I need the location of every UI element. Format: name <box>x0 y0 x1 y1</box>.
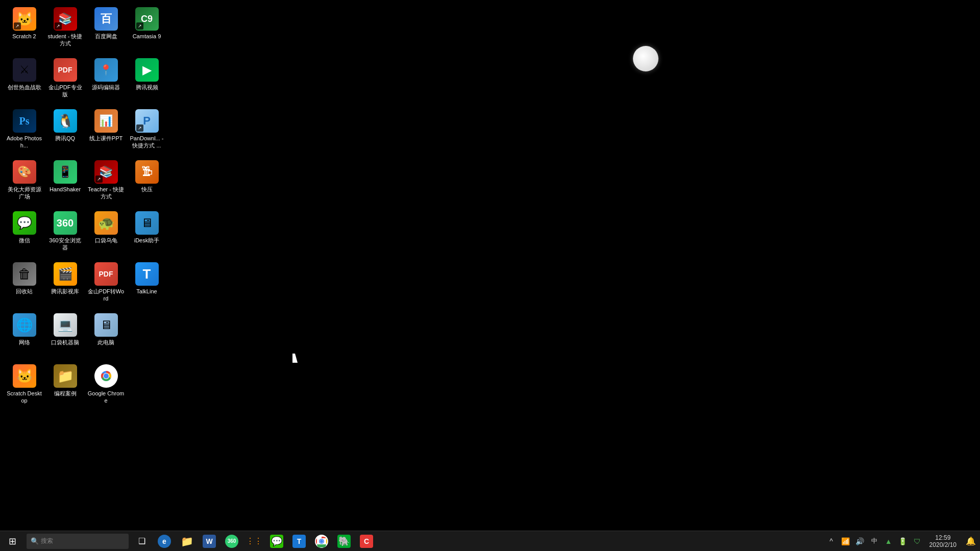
tray-date: 2020/2/10 <box>929 541 957 548</box>
camtasia-label: Camtasia 9 <box>133 33 161 40</box>
qq-label: 腾讯QQ <box>55 135 75 142</box>
desktop-icon-jinshan[interactable]: PDF 金山PDF专业版 <box>46 56 84 105</box>
desktop-icon-qq[interactable]: 🐧 腾讯QQ <box>46 107 84 156</box>
cortana-circle[interactable] <box>633 46 658 71</box>
taskbar-wechat[interactable]: 💬 <box>265 531 288 552</box>
desktop-icon-tencent-movie[interactable]: 🎬 腾讯影视库 <box>46 260 84 309</box>
tianruo-icon: T <box>292 535 306 548</box>
tray-clock[interactable]: 12:59 2020/2/10 <box>924 531 962 552</box>
taskbar-chrome[interactable] <box>310 531 333 552</box>
desktop-icon-scratch-desktop[interactable]: 🐱 Scratch Desktop <box>5 362 43 411</box>
koudai-turtle-icon: 🐢 <box>94 211 118 235</box>
desktop-icon-360[interactable]: 360 360安全浏览器 <box>46 209 84 258</box>
taskbar-camtasia[interactable]: C <box>355 531 378 552</box>
desktop-icon-scratch2[interactable]: 🐱 ↗ Scratch 2 <box>5 5 43 54</box>
start-button[interactable]: ⊞ <box>0 531 24 552</box>
desktop-icon-teacher[interactable]: 📚 ↗ Teacher - 快捷方式 <box>87 158 125 207</box>
photoshop-icon: Ps <box>13 109 36 133</box>
desktop-icon-handshaker[interactable]: 📱 HandShaker <box>46 158 84 207</box>
desktop-icon-network[interactable]: 🌐 网络 <box>5 311 43 360</box>
desktop-icon-ppt[interactable]: 📊 线上课件PPT <box>87 107 125 156</box>
taskbar-evernote[interactable]: 🐘 <box>333 531 355 552</box>
taskbar-file-manager[interactable]: 📁 <box>176 531 198 552</box>
desktop-icon-source[interactable]: 📍 源码编辑器 <box>87 56 125 105</box>
desktop-icon-photoshop[interactable]: Ps Adobe Photosh... <box>5 107 43 156</box>
taskbar-360[interactable]: 360 <box>220 531 243 552</box>
tray-volume-icon[interactable]: 🔊 <box>853 531 867 552</box>
desktop-icon-code-case[interactable]: 📁 编程案例 <box>46 362 84 411</box>
tray-battery-icon[interactable]: 🔋 <box>896 531 910 552</box>
csjr-label: 创世热血战歌 <box>8 84 41 91</box>
scratch-desktop-label: Scratch Desktop <box>6 390 43 405</box>
desktop-icon-meitu[interactable]: 🎨 美化大师资源广场 <box>5 158 43 207</box>
tencent-movie-label: 腾讯影视库 <box>51 288 79 295</box>
handshaker-icon: 📱 <box>54 160 77 184</box>
desktop-icon-talkline[interactable]: T TalkLine <box>128 260 166 309</box>
chrome-icon <box>94 364 118 388</box>
taskbar: ⊞ 🔍 搜索 ❑ e 📁 W 360 <box>0 531 980 551</box>
tray-overflow[interactable]: ^ <box>824 531 839 552</box>
taskbar-edge[interactable]: e <box>153 531 176 552</box>
desktop-icon-koudai-pc[interactable]: 💻 口袋机器脑 <box>46 311 84 360</box>
code-case-label: 编程案例 <box>54 390 77 397</box>
wechat-label: 微信 <box>19 237 30 244</box>
tray-time: 12:59 <box>935 534 950 541</box>
desktop-icon-wechat[interactable]: 💬 微信 <box>5 209 43 258</box>
tray-extra-icon[interactable]: ▲ <box>881 531 896 552</box>
recycle-icon: 🗑 <box>13 262 36 286</box>
mouse-cursor <box>292 354 299 364</box>
taskbar-search[interactable]: 🔍 搜索 <box>27 534 129 549</box>
pandown-label: PanDownl... - 快捷方式 ... <box>129 135 165 149</box>
tray-antivirus-icon[interactable]: 🛡 <box>910 531 924 552</box>
jinshan-pdf-icon: PDF <box>94 262 118 286</box>
tray-chevron-icon: ^ <box>829 537 833 545</box>
jinshan-icon: PDF <box>54 58 77 82</box>
handshaker-label: HandShaker <box>50 186 81 193</box>
tray-network-icon[interactable]: 📶 <box>839 531 853 552</box>
koudai-pc-icon: 💻 <box>54 313 77 337</box>
search-placeholder: 搜索 <box>41 537 53 545</box>
system-tray: ^ 📶 🔊 中 ▲ 🔋 🛡 12:59 2020/2/10 🔔 <box>824 531 980 552</box>
taskbar-tianruo[interactable]: T <box>288 531 310 552</box>
desktop-icon-mypc[interactable]: 🖥 此电脑 <box>87 311 125 360</box>
desktop-icon-pandown[interactable]: P ↗ PanDownl... - 快捷方式 ... <box>128 107 166 156</box>
taskbar-word[interactable]: W <box>198 531 220 552</box>
ppt-icon: 📊 <box>94 109 118 133</box>
scratch-desktop-icon: 🐱 <box>13 364 36 388</box>
desktop-icon-kuaiya[interactable]: 🗜 快压 <box>128 158 166 207</box>
camtasia-icon: C9 ↗ <box>135 7 159 31</box>
taskbar-task-view[interactable]: ❑ <box>131 531 153 552</box>
desktop-icon-csjr[interactable]: ⚔ 创世热血战歌 <box>5 56 43 105</box>
desktop-icon-jinshan-pdf[interactable]: PDF 金山PDF转Word <box>87 260 125 309</box>
task-view-icon: ❑ <box>136 535 148 547</box>
recycle-label: 回收站 <box>16 288 33 295</box>
teacher-label: Teacher - 快捷方式 <box>88 186 125 201</box>
code-case-icon: 📁 <box>54 364 77 388</box>
evernote-taskbar-icon: 🐘 <box>337 535 351 548</box>
koudai-pc-label: 口袋机器脑 <box>51 339 79 346</box>
start-icon: ⊞ <box>9 536 16 547</box>
desktop-icon-chrome[interactable]: Google Chrome <box>87 362 125 411</box>
baidu-icon: 百 <box>94 7 118 31</box>
desktop-icon-koudai-turtle[interactable]: 🐢 口袋乌龟 <box>87 209 125 258</box>
apps-grid-icon: ⋮⋮ <box>248 535 260 547</box>
desktop-icon-baidu[interactable]: 百 百度网盘 <box>87 5 125 54</box>
tray-notification-button[interactable]: 🔔 <box>962 531 980 552</box>
360-icon: 360 <box>54 211 77 235</box>
photoshop-label: Adobe Photosh... <box>6 135 43 149</box>
desktop-icon-idesk[interactable]: 🖥 iDesk助手 <box>128 209 166 258</box>
desktop-icon-camtasia[interactable]: C9 ↗ Camtasia 9 <box>128 5 166 54</box>
taskbar-apps-grid[interactable]: ⋮⋮ <box>243 531 265 552</box>
talkline-icon: T <box>135 262 159 286</box>
desktop-icon-recycle[interactable]: 🗑 回收站 <box>5 260 43 309</box>
wechat-icon: 💬 <box>13 211 36 235</box>
edge-icon: e <box>158 535 171 548</box>
taskbar-pinned-icons: ❑ e 📁 W 360 ⋮⋮ <box>131 531 824 552</box>
tray-ime-icon[interactable]: 中 <box>867 531 881 552</box>
desktop-icon-tencent-video[interactable]: ▶ 腾讯视频 <box>128 56 166 105</box>
talkline-label: TalkLine <box>136 288 157 295</box>
teacher-icon: 📚 ↗ <box>94 160 118 184</box>
qq-icon: 🐧 <box>54 109 77 133</box>
desktop-icon-student[interactable]: 📚 ↗ student - 快捷方式 <box>46 5 84 54</box>
pandown-icon: P ↗ <box>135 109 159 133</box>
